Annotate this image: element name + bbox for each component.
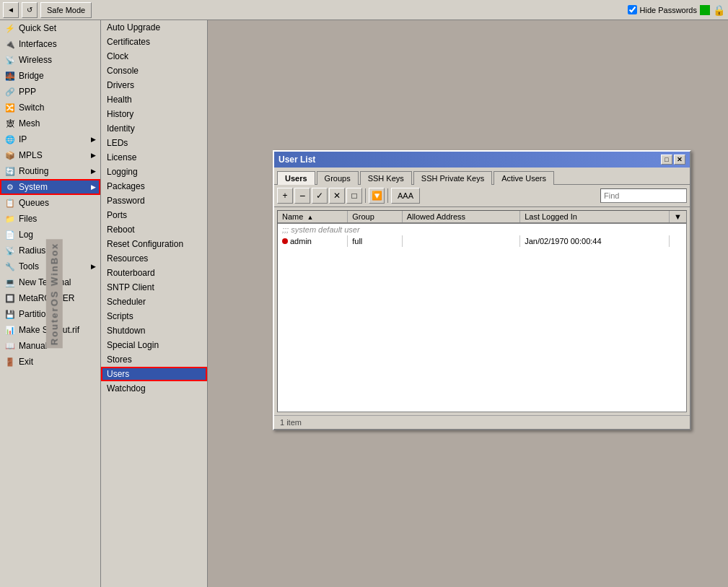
submenu-item-scheduler[interactable]: Scheduler xyxy=(101,295,207,309)
table-body: ;;; system default useradminfullJan/02/1… xyxy=(278,223,686,247)
sidebar-label-quick-set: Quick Set xyxy=(19,23,56,33)
sidebar-item-ip[interactable]: 🌐IP▶ xyxy=(0,131,100,147)
submenu-item-sntp-client[interactable]: SNTP Client xyxy=(101,280,207,295)
col-group[interactable]: Group xyxy=(348,211,403,223)
sidebar-item-files[interactable]: 📁Files xyxy=(0,211,100,227)
copy-user-button[interactable]: ✕ xyxy=(329,188,345,204)
window-minimize-button[interactable]: □ xyxy=(661,155,672,165)
submenu-item-watchdog[interactable]: Watchdog xyxy=(101,381,207,396)
sidebar-label-switch: Switch xyxy=(19,103,44,113)
submenu-item-history[interactable]: History xyxy=(101,107,207,121)
submenu-label-logging: Logging xyxy=(107,167,138,177)
sidebar-item-bridge[interactable]: 🌉Bridge xyxy=(0,68,100,84)
submenu-label-packages: Packages xyxy=(107,181,145,191)
tab-active-users[interactable]: Active Users xyxy=(494,171,554,185)
submenu-item-password[interactable]: Password xyxy=(101,194,207,208)
user-name-cell: admin xyxy=(278,235,348,247)
sidebar-item-queues[interactable]: 📋Queues xyxy=(0,195,100,211)
toolbar-separator xyxy=(365,188,366,203)
submenu-item-clock[interactable]: Clock xyxy=(101,49,207,64)
user-extra-cell xyxy=(670,235,686,247)
submenu-label-license: License xyxy=(107,152,136,162)
sidebar-item-mpls[interactable]: 📦MPLS▶ xyxy=(0,147,100,163)
submenu-item-packages[interactable]: Packages xyxy=(101,179,207,194)
tab-ssh-keys[interactable]: SSH Keys xyxy=(360,171,412,185)
sidebar-item-quick-set[interactable]: ⚡Quick Set xyxy=(0,20,100,36)
hide-passwords-checkbox[interactable] xyxy=(628,5,637,14)
edit-user-button[interactable]: ✓ xyxy=(312,188,328,204)
sidebar-item-ppp[interactable]: 🔗PPP xyxy=(0,84,100,100)
submenu-item-health[interactable]: Health xyxy=(101,92,207,107)
switch-icon: 🔀 xyxy=(4,102,16,113)
submenu-item-routerboard[interactable]: Routerboard xyxy=(101,266,207,280)
sidebar-label-new-terminal: New Terminal xyxy=(19,277,71,287)
log-icon: 📄 xyxy=(4,229,16,240)
tab-ssh-private-keys[interactable]: SSH Private Keys xyxy=(413,171,492,185)
submenu-item-leds[interactable]: LEDs xyxy=(101,136,207,150)
new-terminal-icon: 💻 xyxy=(4,277,16,288)
aaa-button[interactable]: AAA xyxy=(391,188,420,204)
submenu-item-scripts[interactable]: Scripts xyxy=(101,309,207,323)
submenu-item-reboot[interactable]: Reboot xyxy=(101,222,207,237)
sidebar-item-wireless[interactable]: 📡Wireless xyxy=(0,52,100,68)
sidebar-item-interfaces[interactable]: 🔌Interfaces xyxy=(0,36,100,52)
user-table-container: Name ▲ Group Allowed Address Last Logged… xyxy=(277,210,687,412)
submenu-item-resources[interactable]: Resources xyxy=(101,251,207,266)
submenu-label-routerboard: Routerboard xyxy=(107,268,155,278)
find-input[interactable] xyxy=(600,188,687,203)
back-button[interactable]: ◄ xyxy=(3,2,19,18)
exit-icon: 🚪 xyxy=(4,356,16,368)
toolbar-separator-2 xyxy=(387,188,388,203)
col-allowed-address[interactable]: Allowed Address xyxy=(402,211,519,223)
sidebar-item-mesh[interactable]: 🕸Mesh xyxy=(0,116,100,131)
submenu-item-reset-configuration[interactable]: Reset Configuration xyxy=(101,237,207,251)
submenu-item-stores[interactable]: Stores xyxy=(101,352,207,367)
table-row[interactable]: ;;; system default user xyxy=(278,223,686,235)
sidebar-label-manual: Manual xyxy=(19,341,47,351)
safe-mode-label: Safe Mode xyxy=(40,2,92,18)
sidebar-label-mesh: Mesh xyxy=(19,118,40,129)
submenu-item-license[interactable]: License xyxy=(101,150,207,165)
sidebar-item-system[interactable]: ⚙System▶ xyxy=(0,179,100,195)
window-statusbar: 1 item xyxy=(274,415,690,429)
table-row[interactable]: adminfullJan/02/1970 00:00:44 xyxy=(278,235,686,247)
col-name[interactable]: Name ▲ xyxy=(278,211,348,223)
submenu-item-ports[interactable]: Ports xyxy=(101,208,207,222)
submenu-item-identity[interactable]: Identity xyxy=(101,121,207,136)
sidebar-label-ppp: PPP xyxy=(19,87,36,97)
forward-button[interactable]: ↺ xyxy=(22,2,38,18)
sidebar-label-files: Files xyxy=(19,214,37,224)
remove-user-button[interactable]: − xyxy=(294,188,310,204)
queues-icon: 📋 xyxy=(4,197,16,209)
submenu-item-drivers[interactable]: Drivers xyxy=(101,78,207,92)
item-count: 1 item xyxy=(280,418,302,427)
submenu-label-reset-configuration: Reset Configuration xyxy=(107,239,183,249)
main-layout: ⚡Quick Set🔌Interfaces📡Wireless🌉Bridge🔗PP… xyxy=(0,20,728,587)
submenu-item-shutdown[interactable]: Shutdown xyxy=(101,323,207,338)
paste-user-button[interactable]: □ xyxy=(346,188,362,204)
files-icon: 📁 xyxy=(4,213,16,225)
sidebar-arrow-ip: ▶ xyxy=(91,136,96,143)
submenu-item-users[interactable]: Users xyxy=(101,367,207,381)
submenu-label-ports: Ports xyxy=(107,210,127,220)
sidebar-item-routing[interactable]: 🔄Routing▶ xyxy=(0,163,100,179)
sidebar-item-switch[interactable]: 🔀Switch xyxy=(0,100,100,116)
submenu-item-special-login[interactable]: Special Login xyxy=(101,338,207,352)
system-row-text: ;;; system default user xyxy=(278,223,686,235)
tab-users[interactable]: Users xyxy=(277,171,315,185)
col-last-logged-in[interactable]: Last Logged In xyxy=(520,211,670,223)
submenu-item-certificates[interactable]: Certificates xyxy=(101,35,207,49)
col-expand[interactable]: ▼ xyxy=(670,211,686,223)
make-supout-icon: 📊 xyxy=(4,324,16,336)
sidebar-item-exit[interactable]: 🚪Exit xyxy=(0,354,100,370)
add-user-button[interactable]: + xyxy=(277,188,293,204)
mesh-icon: 🕸 xyxy=(4,118,16,129)
submenu-item-logging[interactable]: Logging xyxy=(101,165,207,179)
window-close-button[interactable]: ✕ xyxy=(674,155,685,165)
table-header: Name ▲ Group Allowed Address Last Logged… xyxy=(278,211,686,223)
tab-groups[interactable]: Groups xyxy=(317,171,359,185)
submenu-item-console[interactable]: Console xyxy=(101,64,207,78)
submenu-item-auto-upgrade[interactable]: Auto Upgrade xyxy=(101,20,207,35)
sidebar-arrow-system: ▶ xyxy=(91,183,96,191)
filter-button[interactable]: 🔽 xyxy=(369,188,385,204)
